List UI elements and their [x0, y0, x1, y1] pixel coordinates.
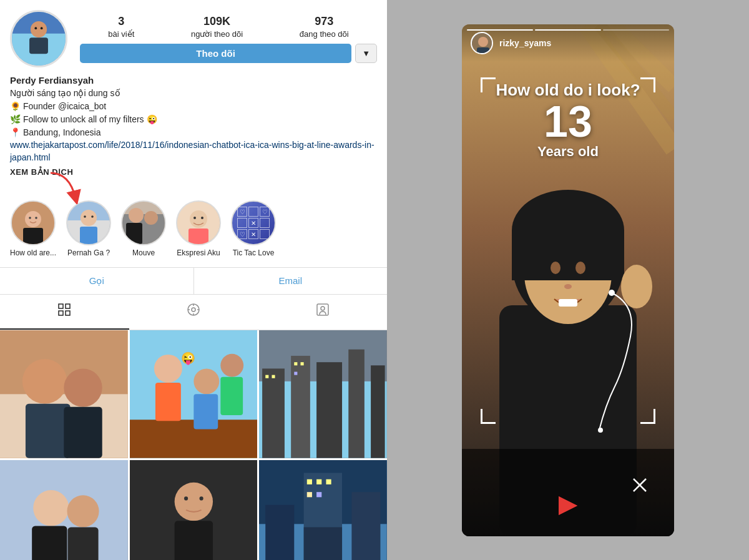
- svg-rect-85: [316, 479, 321, 484]
- progress-bar-1: [467, 29, 533, 31]
- svg-point-68: [33, 490, 69, 526]
- svg-rect-105: [559, 299, 577, 307]
- post-item[interactable]: [0, 460, 128, 560]
- igtv-icon: [186, 302, 201, 321]
- svg-point-69: [67, 495, 99, 527]
- story-red-arrow-icon: [552, 493, 584, 524]
- svg-point-49: [193, 369, 219, 395]
- posts-count: 3: [118, 15, 124, 28]
- svg-rect-28: [59, 304, 63, 308]
- svg-point-16: [84, 215, 86, 218]
- svg-text:😜: 😜: [181, 351, 195, 365]
- svg-rect-88: [316, 492, 321, 497]
- tictac-cell: [237, 218, 247, 228]
- svg-rect-63: [272, 375, 275, 378]
- bio-line-2: 🌻 Founder @icaica_bot: [10, 100, 377, 113]
- highlight-label-5: Tic Tac Love: [233, 248, 275, 257]
- tictac-cell: ♡: [237, 229, 247, 239]
- posts-label: bài viết: [108, 29, 134, 39]
- bio-line-4: 📍 Bandung, Indonesia: [10, 126, 377, 139]
- highlight-label-2: Pernah Ga ?: [67, 248, 110, 257]
- svg-rect-4: [29, 37, 48, 54]
- tictac-cell: ♡: [260, 207, 270, 217]
- highlight-how-old[interactable]: How old are...: [10, 200, 56, 257]
- svg-rect-58: [291, 356, 310, 458]
- svg-rect-65: [301, 362, 304, 365]
- follow-button[interactable]: Theo dõi: [80, 44, 351, 63]
- avatar[interactable]: [10, 10, 67, 67]
- grid-icon: [57, 302, 72, 321]
- svg-rect-89: [304, 527, 342, 560]
- email-button[interactable]: Email: [194, 268, 388, 294]
- svg-point-17: [91, 215, 94, 218]
- highlight-mouve[interactable]: Mouve: [121, 200, 166, 257]
- tictac-grid: ♡ ♡ ✕ ♡ ✕: [237, 207, 270, 239]
- svg-point-39: [321, 307, 325, 310]
- tictac-cell: ♡: [237, 207, 247, 217]
- corner-bracket-bl: [481, 409, 496, 424]
- svg-rect-31: [66, 311, 70, 315]
- svg-rect-25: [188, 228, 208, 244]
- profile-link[interactable]: www.thejakartapost.com/life/2018/11/16/i…: [10, 139, 377, 164]
- svg-point-26: [193, 217, 196, 219]
- tab-grid[interactable]: [0, 295, 129, 330]
- svg-rect-45: [64, 407, 102, 458]
- svg-rect-66: [295, 372, 298, 375]
- svg-rect-52: [193, 395, 218, 430]
- following-label: đang theo dõi: [300, 29, 349, 39]
- story-avatar[interactable]: [471, 32, 493, 54]
- highlight-circle-5: ♡ ♡ ✕ ♡ ✕: [231, 200, 276, 245]
- tab-tagged[interactable]: [258, 295, 387, 330]
- svg-rect-86: [326, 479, 331, 484]
- svg-rect-82: [266, 504, 295, 560]
- dropdown-button[interactable]: ▼: [355, 44, 377, 63]
- svg-point-102: [551, 262, 561, 274]
- profile-header: 3 bài viết 109K người theo dõi 973 đang …: [0, 0, 387, 75]
- bio-line-1: Người sáng tạo nội dung số: [10, 87, 377, 100]
- post-item[interactable]: [259, 330, 387, 458]
- svg-point-20: [129, 208, 144, 223]
- svg-point-8: [25, 211, 41, 227]
- tictac-cell: [248, 207, 258, 217]
- svg-point-42: [22, 359, 67, 404]
- svg-rect-22: [126, 223, 142, 244]
- highlight-pernah[interactable]: Pernah Ga ?: [66, 200, 111, 257]
- tagged-icon: [315, 302, 330, 321]
- svg-rect-51: [155, 383, 181, 421]
- progress-bar-3: [603, 29, 669, 31]
- svg-point-33: [192, 308, 195, 312]
- progress-bar-2: [535, 29, 601, 31]
- svg-rect-29: [66, 304, 70, 308]
- tictac-cell: ✕: [248, 218, 258, 228]
- post-item[interactable]: [0, 330, 128, 458]
- svg-rect-61: [371, 365, 385, 458]
- svg-point-43: [64, 369, 102, 407]
- profile-panel: 3 bài viết 109K người theo dõi 973 đang …: [0, 0, 387, 560]
- story-panel: rizky_syams: [387, 0, 749, 560]
- call-button[interactable]: Gọi: [0, 268, 193, 294]
- tictac-cell: [260, 229, 270, 239]
- svg-point-73: [174, 483, 212, 521]
- tab-bar: [0, 295, 387, 330]
- tab-igtv[interactable]: [129, 295, 258, 330]
- highlight-circle-2: [66, 200, 111, 245]
- post-item[interactable]: [259, 460, 387, 560]
- corner-bracket-tl: [481, 77, 496, 92]
- years-old-text: Years old: [462, 144, 674, 160]
- story-progress: [467, 29, 669, 31]
- svg-rect-60: [349, 350, 365, 458]
- highlights-row: How old are... Pernah Ga ?: [10, 200, 377, 257]
- svg-point-3: [31, 21, 47, 37]
- highlight-circle-1: [11, 200, 56, 245]
- post-item[interactable]: LINE READY: [130, 460, 258, 560]
- highlight-ekspresi[interactable]: Ekspresi Aku: [176, 200, 221, 257]
- svg-point-106: [609, 290, 615, 296]
- svg-point-108: [621, 265, 652, 308]
- stat-followers: 109K người theo dõi: [191, 15, 243, 39]
- story-overlay: How old do i look? 13 Years old: [462, 81, 674, 160]
- svg-rect-83: [352, 492, 381, 560]
- highlight-label-4: Ekspresi Aku: [177, 248, 220, 257]
- highlight-tictac[interactable]: ♡ ♡ ✕ ♡ ✕ Tic Tac Love: [231, 200, 276, 257]
- post-item[interactable]: 😜: [130, 330, 258, 458]
- posts-grid: 😜: [0, 330, 387, 560]
